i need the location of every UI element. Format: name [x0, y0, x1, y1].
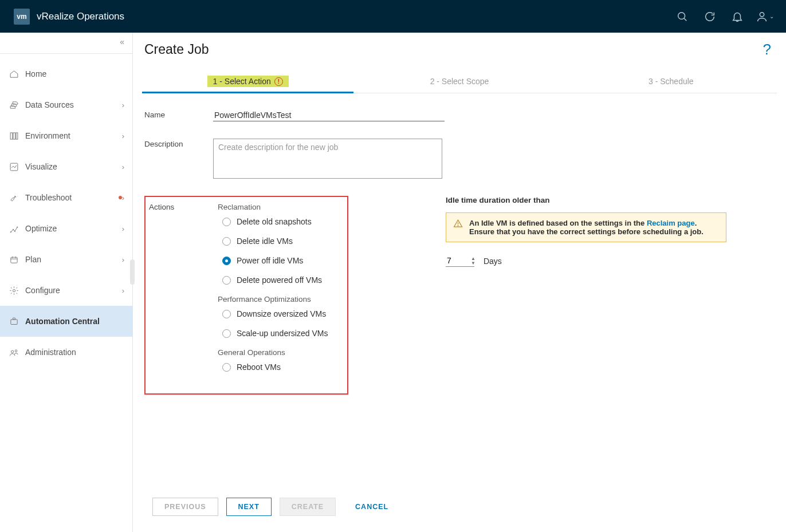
svg-rect-3 — [10, 132, 13, 139]
action-option-delete-powered-off-vms[interactable]: Delete powered off VMs — [222, 275, 328, 285]
action-group-title: General Operations — [218, 348, 328, 357]
actions-panel: Actions ReclamationDelete old snapshotsD… — [144, 196, 348, 395]
visualize-icon — [8, 161, 19, 172]
cancel-button[interactable]: CANCEL — [344, 498, 400, 515]
sidebar-item-data-sources[interactable]: Data Sources› — [0, 89, 132, 120]
days-unit: Days — [484, 257, 502, 266]
wizard-footer: PREVIOUS NEXT CREATE CANCEL — [142, 490, 777, 532]
sidebar-item-configure[interactable]: Configure› — [0, 275, 132, 306]
plan-icon — [8, 254, 19, 265]
svg-point-0 — [678, 12, 685, 19]
actions-label: Actions — [147, 203, 215, 211]
sidebar-item-automation-central[interactable]: Automation Central — [0, 306, 132, 337]
svg-rect-11 — [10, 257, 17, 263]
chevron-right-icon: › — [122, 194, 124, 202]
sidebar-item-label: Visualize — [25, 162, 122, 171]
product-name: vRealize Operations — [37, 11, 124, 22]
action-group-title: Performance Optimizations — [218, 295, 328, 304]
home-icon — [8, 68, 19, 80]
action-option-label: Delete idle VMs — [237, 237, 293, 246]
user-menu[interactable]: ⌄ — [754, 6, 776, 27]
action-option-label: Delete powered off VMs — [237, 275, 322, 285]
chevron-right-icon: › — [122, 101, 124, 109]
svg-rect-5 — [16, 132, 18, 139]
sidebar-item-home[interactable]: Home — [0, 58, 132, 89]
action-option-reboot-vms[interactable]: Reboot VMs — [222, 362, 328, 372]
detail-title: Idle time duration older than — [446, 196, 726, 204]
name-input[interactable] — [213, 109, 445, 121]
wizard-step-1: 1 - Select Action! — [142, 70, 353, 93]
sidebar-item-plan[interactable]: Plan› — [0, 244, 132, 275]
sidebar-item-label: Administration — [25, 348, 124, 357]
sidebar-item-administration[interactable]: Administration — [0, 337, 132, 368]
action-option-delete-old-snapshots[interactable]: Delete old snapshots — [222, 217, 328, 226]
previous-button[interactable]: PREVIOUS — [152, 498, 218, 516]
sidebar-item-visualize[interactable]: Visualize› — [0, 151, 132, 182]
help-icon[interactable]: ? — [763, 41, 771, 58]
vmware-logo: vm — [14, 9, 30, 25]
sidebar-item-environment[interactable]: Environment› — [0, 120, 132, 151]
action-option-label: Scale-up undersized VMs — [237, 329, 328, 338]
wizard-steps: 1 - Select Action!2 - Select Scope3 - Sc… — [142, 70, 777, 93]
svg-point-7 — [10, 231, 11, 232]
sidebar-item-label: Troubleshoot — [25, 193, 115, 202]
sidebar-item-label: Configure — [25, 286, 122, 295]
action-option-delete-idle-vms[interactable]: Delete idle VMs — [222, 237, 328, 246]
sidebar-item-label: Optimize — [25, 224, 122, 233]
svg-rect-14 — [13, 318, 15, 320]
action-option-power-off-idle-vms[interactable]: Power off idle VMs — [222, 256, 328, 265]
next-button[interactable]: NEXT — [226, 498, 272, 516]
svg-point-2 — [760, 12, 764, 16]
troubleshoot-icon — [8, 192, 19, 203]
configure-icon — [8, 285, 19, 296]
action-option-scale-up-undersized-vms[interactable]: Scale-up undersized VMs — [222, 329, 328, 338]
chevron-right-icon: › — [122, 132, 124, 140]
action-option-downsize-oversized-vms[interactable]: Downsize oversized VMs — [222, 309, 328, 318]
action-option-label: Reboot VMs — [237, 362, 281, 372]
action-option-label: Delete old snapshots — [237, 217, 312, 226]
chevron-right-icon: › — [122, 286, 124, 295]
svg-rect-13 — [10, 319, 17, 324]
days-input[interactable] — [446, 255, 474, 267]
radio-icon — [222, 237, 231, 246]
step-label: 2 - Select Scope — [430, 77, 489, 86]
radio-icon — [222, 329, 231, 338]
days-stepper[interactable]: ▲▼ — [471, 257, 475, 266]
sidebar: « HomeData Sources›Environment›Visualize… — [0, 33, 133, 532]
svg-point-15 — [11, 350, 13, 352]
sidebar-item-troubleshoot[interactable]: Troubleshoot› — [0, 182, 132, 213]
reclaim-page-link[interactable]: Reclaim page — [647, 219, 695, 227]
sidebar-item-label: Home — [25, 69, 124, 78]
main-content: Create Job ? 1 - Select Action!2 - Selec… — [133, 33, 786, 532]
chevron-right-icon: › — [122, 255, 124, 264]
info-alert: An Idle VM is defined based on the setti… — [446, 212, 726, 242]
radio-icon — [222, 257, 231, 265]
step-label: 3 - Schedule — [649, 77, 694, 86]
bell-icon[interactable] — [726, 6, 748, 27]
sidebar-item-optimize[interactable]: Optimize› — [0, 213, 132, 244]
refresh-icon[interactable] — [699, 6, 721, 27]
sidebar-item-label: Data Sources — [25, 100, 122, 109]
action-group-title: Reclamation — [218, 203, 328, 211]
wizard-step-2[interactable]: 2 - Select Scope — [353, 70, 565, 93]
sidebar-item-label: Plan — [25, 255, 122, 264]
wizard-step-3[interactable]: 3 - Schedule — [565, 70, 777, 93]
environment-icon — [8, 130, 19, 141]
collapse-sidebar-icon[interactable]: « — [120, 37, 124, 46]
description-input[interactable] — [213, 139, 442, 179]
step-label: 1 - Select Action — [213, 77, 271, 86]
svg-rect-4 — [13, 132, 15, 139]
chevron-right-icon: › — [122, 224, 124, 233]
svg-point-18 — [458, 225, 458, 226]
data-sources-icon — [8, 99, 19, 111]
description-label: Description — [144, 139, 213, 179]
search-icon[interactable] — [671, 6, 693, 27]
action-detail-panel: Idle time duration older than An Idle VM… — [446, 196, 726, 404]
radio-icon — [222, 310, 231, 318]
chevron-right-icon: › — [122, 163, 124, 171]
warning-icon — [453, 219, 463, 229]
app-header: vm vRealize Operations ⌄ — [0, 0, 786, 33]
radio-icon — [222, 363, 231, 372]
administration-icon — [8, 346, 19, 358]
automation-central-icon — [8, 316, 19, 327]
